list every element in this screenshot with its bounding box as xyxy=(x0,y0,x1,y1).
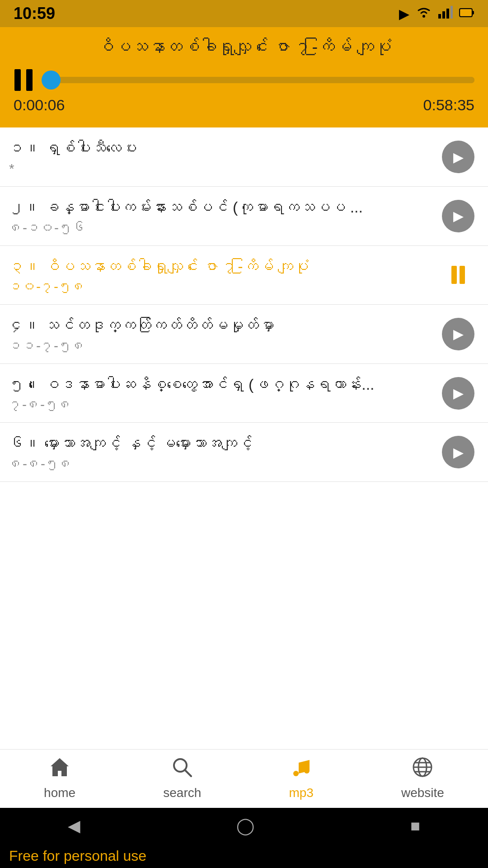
svg-rect-4 xyxy=(450,6,453,19)
play-icon: ▶ xyxy=(453,385,464,401)
list-item[interactable]: ၄။ သင်တဒုက္ကတ်ကြတ်တိတ်မမှုတ်မှာ ၁၁-၇-၅၈ … xyxy=(0,305,488,364)
list-item[interactable]: ၅။ ဝေဒနာဓာပါးဆနိစ္စတွေအောင်ရှ (ဖဂ္ဂုနရဟာ… xyxy=(0,364,488,423)
status-bar: 10:59 ▶ xyxy=(0,0,488,27)
play-icon: ▶ xyxy=(453,208,464,224)
play-button[interactable]: ▶ xyxy=(442,318,474,350)
play-circle-icon: ▶ xyxy=(399,6,409,22)
watermark: Free for personal use xyxy=(0,844,488,868)
recent-button[interactable]: ■ xyxy=(410,816,420,835)
nav-item-search[interactable]: search xyxy=(163,756,201,800)
progress-thumb[interactable] xyxy=(42,71,61,90)
svg-point-13 xyxy=(304,768,310,774)
track-title: ၁။ ရှစ်ပါးသီလပေး xyxy=(9,137,433,159)
pause-button[interactable] xyxy=(14,69,33,91)
track-title: ၆။ မှားသောအကျင့် နှင့် မမှားသောအကျင့် xyxy=(9,433,433,454)
globe-icon xyxy=(412,756,433,783)
current-time: 0:00:06 xyxy=(14,96,65,114)
track-title: ၄။ သင်တဒုက္ကတ်ကြတ်တိတ်မမှုတ်မှာ xyxy=(9,315,433,336)
nav-item-mp3[interactable]: mp3 xyxy=(289,756,313,800)
player-header: ဝိပသနာတစ်ခါရှုလျှင် ဇော ၇-ကြိမ် ကျပုံ 0:… xyxy=(0,27,488,127)
track-subtitle: ၁၁-၇-၅၈ xyxy=(9,338,433,354)
home-button[interactable]: ◯ xyxy=(236,816,254,835)
nav-label-mp3: mp3 xyxy=(289,786,313,800)
nav-label-home: home xyxy=(44,786,75,800)
svg-rect-7 xyxy=(472,11,474,14)
back-button[interactable]: ◀ xyxy=(68,816,80,835)
play-button[interactable]: ▶ xyxy=(442,377,474,410)
track-subtitle: ၈-၈-၅၈ xyxy=(9,456,433,472)
music-icon xyxy=(291,756,312,783)
player-title: ဝိပသနာတစ်ခါရှုလျှင် ဇော ၇-ကြိမ် ကျပုံ xyxy=(14,36,474,58)
svg-rect-2 xyxy=(442,11,445,19)
track-title-active: ၃။ ဝိပသနာတစ်ခါရှုလျှင် ဇော ၇-ကြိမ် ကျပုံ xyxy=(9,256,433,278)
play-button[interactable]: ▶ xyxy=(442,141,474,173)
list-item[interactable]: ၆။ မှားသောအကျင့် နှင့် မမှားသောအကျင့် ၈-… xyxy=(0,423,488,482)
list-item[interactable]: ၃။ ဝိပသနာတစ်ခါရှုလျှင် ဇော ၇-ကြိမ် ကျပုံ… xyxy=(0,246,488,305)
play-button[interactable]: ▶ xyxy=(442,200,474,232)
play-icon: ▶ xyxy=(453,149,464,165)
status-time: 10:59 xyxy=(14,4,55,23)
track-info: ၅။ ဝေဒနာဓာပါးဆနိစ္စတွေအောင်ရှ (ဖဂ္ဂုနရဟာ… xyxy=(9,374,442,413)
track-subtitle-active: ၁၀-၇-၅၈ xyxy=(9,279,433,294)
svg-point-12 xyxy=(293,771,299,776)
track-subtitle: ၇-၈-၅၈ xyxy=(9,397,433,412)
signal-icon xyxy=(438,6,453,22)
svg-rect-1 xyxy=(438,14,441,19)
time-row: 0:00:06 0:58:35 xyxy=(14,96,474,114)
bottom-nav: home search mp3 xyxy=(0,749,488,808)
play-button[interactable]: ▶ xyxy=(442,436,474,468)
track-subtitle: * xyxy=(9,161,433,176)
nav-label-website: website xyxy=(401,786,444,800)
pause-button-active[interactable] xyxy=(442,259,474,291)
play-icon: ▶ xyxy=(453,326,464,342)
status-icons: ▶ xyxy=(399,6,474,22)
track-title: ၅။ ဝေဒနာဓာပါးဆနိစ္စတွေအောင်ရှ (ဖဂ္ဂုနရဟာ… xyxy=(9,374,433,396)
track-info: ၁။ ရှစ်ပါးသီလပေး * xyxy=(9,137,442,176)
nav-item-home[interactable]: home xyxy=(44,756,75,800)
svg-rect-3 xyxy=(446,9,449,19)
wifi-icon xyxy=(416,6,432,22)
track-title: ၂။ ခန္ဓာငါးပါးကမ်းနားသစ်ပင် (ကုမာရကသပပ .… xyxy=(9,197,433,218)
track-info: ၄။ သင်တဒုက္ကတ်ကြတ်တိတ်မမှုတ်မှာ ၁၁-၇-၅၈ xyxy=(9,315,442,354)
track-info: ၂။ ခန္ဓာငါးပါးကမ်းနားသစ်ပင် (ကုမာရကသပပ .… xyxy=(9,197,442,236)
track-list: ၁။ ရှစ်ပါးသီလပေး * ▶ ၂။ ခန္ဓာငါးပါးကမ်းန… xyxy=(0,127,488,749)
list-item[interactable]: ၁။ ရှစ်ပါးသီလပေး * ▶ xyxy=(0,127,488,187)
nav-label-search: search xyxy=(163,786,201,800)
total-time: 0:58:35 xyxy=(423,96,474,114)
play-icon: ▶ xyxy=(453,444,464,460)
battery-icon xyxy=(459,6,474,21)
search-icon xyxy=(171,756,193,783)
svg-point-0 xyxy=(422,15,425,18)
progress-bar[interactable] xyxy=(42,77,474,83)
list-item[interactable]: ၂။ ခန္ဓာငါးပါးကမ်းနားသစ်ပင် (ကုမာရကသပပ .… xyxy=(0,187,488,246)
svg-line-11 xyxy=(185,770,191,776)
home-icon xyxy=(49,756,70,783)
track-info: ၆။ မှားသောအကျင့် နှင့် မမှားသောအကျင့် ၈-… xyxy=(9,433,442,472)
pause-icon xyxy=(451,266,465,284)
svg-rect-8 xyxy=(14,69,21,91)
system-bar: ◀ ◯ ■ xyxy=(0,808,488,844)
nav-item-website[interactable]: website xyxy=(401,756,444,800)
svg-rect-6 xyxy=(460,9,471,16)
track-info: ၃။ ဝိပသနာတစ်ခါရှုလျှင် ဇော ၇-ကြိမ် ကျပုံ… xyxy=(9,256,442,295)
svg-rect-9 xyxy=(26,69,33,91)
player-controls xyxy=(14,69,474,91)
track-subtitle: ၈-၁၀-၅၆ xyxy=(9,220,433,236)
